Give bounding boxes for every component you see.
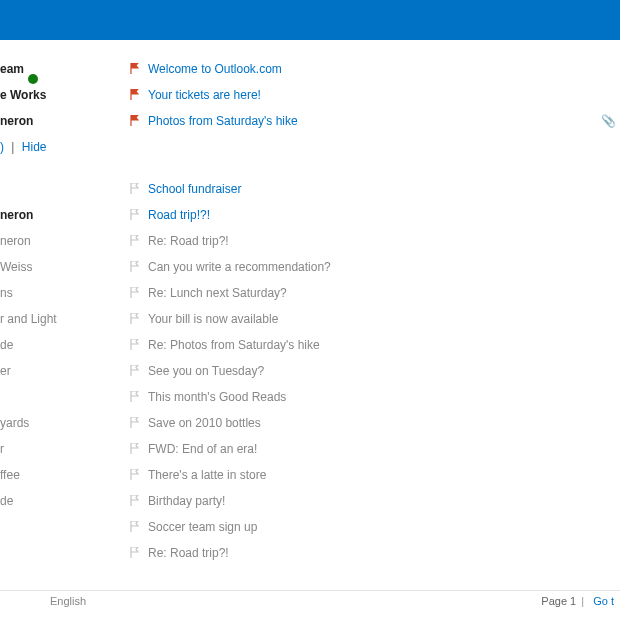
language-selector[interactable]: English [50,595,86,607]
subject-link[interactable]: There's a latte in store [148,462,266,488]
flag-icon[interactable] [130,109,142,135]
section-control-row: ) | Hide [0,134,620,160]
message-row[interactable]: deRe: Photos from Saturday's hike [0,332,620,358]
message-row[interactable]: WeissCan you write a recommendation? [0,254,620,280]
sender-name: yards [0,410,29,436]
subject-link[interactable]: Can you write a recommendation? [148,254,331,280]
flag-icon[interactable] [130,541,142,567]
sender-name: Weiss [0,254,32,280]
separator: | [11,140,14,154]
message-row[interactable]: This month's Good Reads [0,384,620,410]
subject-link[interactable]: Your tickets are here! [148,82,261,108]
message-row[interactable]: School fundraiser [0,176,620,202]
message-row[interactable]: eamWelcome to Outlook.com [0,56,620,82]
flag-icon[interactable] [130,83,142,109]
flag-icon[interactable] [130,255,142,281]
flag-icon[interactable] [130,177,142,203]
subject-link[interactable]: Re: Photos from Saturday's hike [148,332,320,358]
sender-name: neron [0,202,33,228]
flag-icon[interactable] [130,57,142,83]
message-row[interactable]: erSee you on Tuesday? [0,358,620,384]
message-row[interactable]: Re: Road trip?! [0,540,620,566]
sender-name: eam [0,56,24,82]
sender-name: er [0,358,11,384]
flag-icon[interactable] [130,307,142,333]
sender-name: e Works [0,82,46,108]
message-row[interactable]: rFWD: End of an era! [0,436,620,462]
subject-link[interactable]: See you on Tuesday? [148,358,264,384]
sender-name: ffee [0,462,20,488]
separator: | [581,595,584,607]
message-row[interactable]: deBirthday party! [0,488,620,514]
message-row[interactable]: r and LightYour bill is now available [0,306,620,332]
hide-link[interactable]: Hide [22,140,47,154]
flag-icon[interactable] [130,411,142,437]
go-to-page-link[interactable]: Go t [593,595,614,607]
sender-name: r [0,436,4,462]
sender-name: ns [0,280,13,306]
subject-link[interactable]: Photos from Saturday's hike [148,108,298,134]
app-header-bar [0,0,620,40]
subject-link[interactable]: FWD: End of an era! [148,436,257,462]
subject-link[interactable]: School fundraiser [148,176,241,202]
subject-link[interactable]: Re: Road trip?! [148,228,229,254]
footer-bar: English Page 1 | Go t [0,590,620,614]
subject-link[interactable]: Birthday party! [148,488,225,514]
subject-link[interactable]: Your bill is now available [148,306,278,332]
sender-name: neron [0,228,31,254]
flag-icon[interactable] [130,489,142,515]
sender-name: de [0,488,13,514]
flag-icon[interactable] [130,229,142,255]
sender-name: neron [0,108,33,134]
flag-icon[interactable] [130,515,142,541]
flag-icon[interactable] [130,463,142,489]
sender-name: de [0,332,13,358]
subject-link[interactable]: Road trip!?! [148,202,210,228]
subject-link[interactable]: Re: Lunch next Saturday? [148,280,287,306]
message-row[interactable]: ffeeThere's a latte in store [0,462,620,488]
message-row[interactable]: neronPhotos from Saturday's hike📎 [0,108,620,134]
flag-icon[interactable] [130,437,142,463]
message-row[interactable]: neronRoad trip!?! [0,202,620,228]
message-row[interactable]: yardsSave on 2010 bottles [0,410,620,436]
flag-icon[interactable] [130,333,142,359]
flag-icon[interactable] [130,281,142,307]
flag-icon[interactable] [130,203,142,229]
section-toggle-left[interactable]: ) [0,140,4,154]
message-row[interactable]: neronRe: Road trip?! [0,228,620,254]
message-list: eamWelcome to Outlook.come WorksYour tic… [0,40,620,566]
subject-link[interactable]: Welcome to Outlook.com [148,56,282,82]
sender-name: r and Light [0,306,57,332]
message-row[interactable]: e WorksYour tickets are here! [0,82,620,108]
subject-link[interactable]: This month's Good Reads [148,384,286,410]
message-row[interactable]: Soccer team sign up [0,514,620,540]
subject-link[interactable]: Save on 2010 bottles [148,410,261,436]
subject-link[interactable]: Soccer team sign up [148,514,257,540]
flag-icon[interactable] [130,359,142,385]
page-indicator: Page 1 [541,595,576,607]
attachment-icon: 📎 [601,108,616,134]
flag-icon[interactable] [130,385,142,411]
pager: Page 1 | Go t [541,595,614,607]
message-row[interactable]: nsRe: Lunch next Saturday? [0,280,620,306]
subject-link[interactable]: Re: Road trip?! [148,540,229,566]
